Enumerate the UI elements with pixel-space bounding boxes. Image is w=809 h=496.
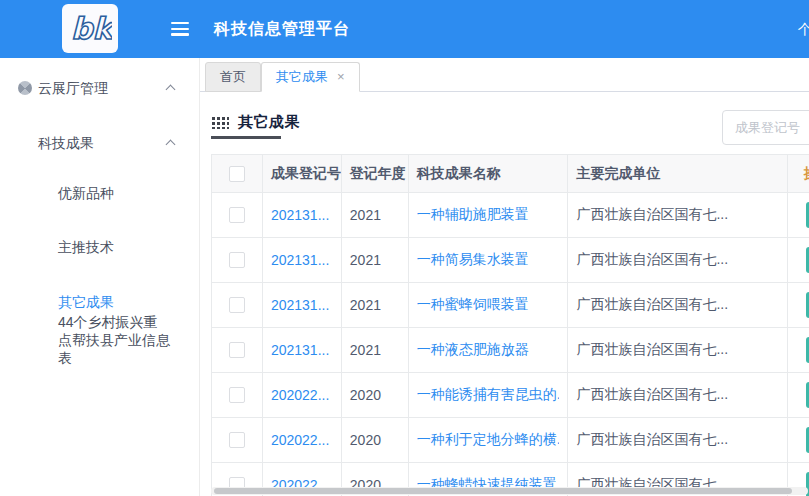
tab-other-achievements[interactable]: 其它成果× (261, 62, 360, 92)
row-checkbox[interactable] (229, 387, 245, 403)
table-row: 202131... 2021 一种辅助施肥装置 广西壮族自治区国有七... (212, 193, 809, 238)
section-header: 其它成果 (211, 108, 300, 136)
main-unit-cell: 广西壮族自治区国有七... (568, 373, 788, 418)
main-unit-cell: 广西壮族自治区国有七... (568, 193, 788, 238)
row-select-cell (212, 373, 263, 418)
row-operations-cell (788, 373, 809, 418)
table-row: 202131... 2021 一种液态肥施放器 广西壮族自治区国有七... (212, 328, 809, 373)
reg-year-cell: 2021 (342, 328, 409, 373)
row-checkbox[interactable] (229, 342, 245, 358)
header-main-unit: 主要完成单位 (568, 155, 788, 193)
main-area: 首页 其它成果× 其它成果 成果登记号 登记年度 科技成果名称 主要完成单位 (200, 58, 809, 496)
row-select-cell (212, 328, 263, 373)
achievement-name-link[interactable]: 一种蜜蜂饲喂装置 (417, 296, 529, 314)
row-operations-cell (788, 238, 809, 283)
close-icon[interactable]: × (337, 63, 345, 91)
achievement-name-link[interactable]: 一种辅助施肥装置 (417, 206, 529, 224)
row-operations-cell (788, 328, 809, 373)
main-unit-cell: 广西壮族自治区国有七... (568, 283, 788, 328)
header-select-all-cell (212, 155, 263, 193)
reg-no-link[interactable]: 202022... (271, 432, 329, 448)
sidebar-group-tech-achievements[interactable]: 科技成果 (0, 129, 200, 157)
achievement-name-link[interactable]: 一种液态肥施放器 (417, 341, 529, 359)
row-checkbox[interactable] (229, 432, 245, 448)
achievement-name-link[interactable]: 一种简易集水装置 (417, 251, 529, 269)
sidebar-item-other-achievements[interactable]: 其它成果 (58, 288, 188, 316)
chevron-up-icon (166, 140, 176, 150)
reg-year-cell: 2021 (342, 283, 409, 328)
select-all-checkbox[interactable] (229, 166, 245, 182)
user-menu-partial[interactable]: 个 (798, 0, 809, 58)
horizontal-scrollbar-track[interactable] (211, 487, 808, 495)
section-title: 其它成果 (238, 113, 300, 132)
row-select-cell (212, 283, 263, 328)
chevron-up-icon (166, 85, 176, 95)
row-operations-cell (788, 283, 809, 328)
table-body: 202131... 2021 一种辅助施肥装置 广西壮族自治区国有七... 20… (212, 193, 809, 496)
sidebar-group-label: 科技成果 (38, 129, 94, 157)
row-operations-cell (788, 418, 809, 463)
row-select-cell (212, 238, 263, 283)
horizontal-scrollbar-thumb[interactable] (214, 488, 792, 494)
header-reg-no: 成果登记号 (263, 155, 342, 193)
row-operations-cell (788, 193, 809, 238)
header-achievement-name: 科技成果名称 (409, 155, 569, 193)
row-checkbox[interactable] (229, 252, 245, 268)
row-select-cell (212, 418, 263, 463)
results-table: 成果登记号 登记年度 科技成果名称 主要完成单位 操作 202131... 20… (211, 154, 809, 496)
sidebar: 云展厅管理 科技成果 优新品种 主推技术 其它成果 44个乡村振兴重点帮扶县产业… (0, 58, 200, 496)
table-row: 202022... 2020 一种利于定地分蜂的横... 广西壮族自治区国有七.… (212, 418, 809, 463)
svg-text:bk: bk (71, 11, 112, 46)
cloud-hall-icon (18, 81, 32, 95)
search-reg-no-input[interactable] (722, 110, 809, 145)
reg-year-cell: 2020 (342, 373, 409, 418)
section-underline (211, 136, 281, 139)
logo-bk-icon: bk (68, 10, 112, 48)
tab-bar: 首页 其它成果× (200, 58, 809, 92)
sidebar-item-44-counties-table[interactable]: 44个乡村振兴重点帮扶县产业信息表 (58, 313, 170, 367)
header-operations: 操作 (788, 155, 809, 193)
grid-dots-icon (211, 116, 229, 129)
table-row: 202022... 2020 一种能诱捕有害昆虫的... 广西壮族自治区国有七.… (212, 373, 809, 418)
main-unit-cell: 广西壮族自治区国有七... (568, 238, 788, 283)
reg-year-cell: 2021 (342, 193, 409, 238)
sidebar-group-label: 云展厅管理 (38, 74, 108, 102)
reg-no-link[interactable]: 202131... (271, 207, 329, 223)
sidebar-item-main-techniques[interactable]: 主推技术 (58, 233, 188, 261)
reg-no-link[interactable]: 202131... (271, 342, 329, 358)
sidebar-group-cloud-hall[interactable]: 云展厅管理 (0, 74, 200, 102)
row-checkbox[interactable] (229, 207, 245, 223)
main-unit-cell: 广西壮族自治区国有七... (568, 418, 788, 463)
reg-no-link[interactable]: 202022... (271, 387, 329, 403)
tab-label: 其它成果 (276, 69, 328, 84)
sidebar-item-new-varieties[interactable]: 优新品种 (58, 179, 188, 207)
reg-no-link[interactable]: 202131... (271, 252, 329, 268)
table-row: 202131... 2021 一种蜜蜂饲喂装置 广西壮族自治区国有七... (212, 283, 809, 328)
row-select-cell (212, 193, 263, 238)
table-row: 202131... 2021 一种简易集水装置 广西壮族自治区国有七... (212, 238, 809, 283)
app-title: 科技信息管理平台 (214, 0, 350, 58)
app-logo: bk (62, 4, 118, 53)
achievement-name-link[interactable]: 一种利于定地分蜂的横... (417, 431, 560, 449)
app-header: bk 科技信息管理平台 个 (0, 0, 809, 58)
header-reg-year: 登记年度 (342, 155, 409, 193)
row-checkbox[interactable] (229, 297, 245, 313)
reg-year-cell: 2020 (342, 418, 409, 463)
app-window: bk 科技信息管理平台 个 云展厅管理 科技成果 优新品种 主推技术 其它成果 … (0, 0, 809, 496)
reg-no-link[interactable]: 202131... (271, 297, 329, 313)
reg-year-cell: 2021 (342, 238, 409, 283)
main-unit-cell: 广西壮族自治区国有七... (568, 328, 788, 373)
table-header-row: 成果登记号 登记年度 科技成果名称 主要完成单位 操作 (212, 155, 809, 193)
tab-home[interactable]: 首页 (205, 62, 261, 92)
header-operations-label: 操作 (804, 165, 809, 183)
achievement-name-link[interactable]: 一种能诱捕有害昆虫的... (417, 386, 560, 404)
menu-toggle-icon[interactable] (171, 22, 189, 36)
tab-label: 首页 (220, 69, 246, 84)
